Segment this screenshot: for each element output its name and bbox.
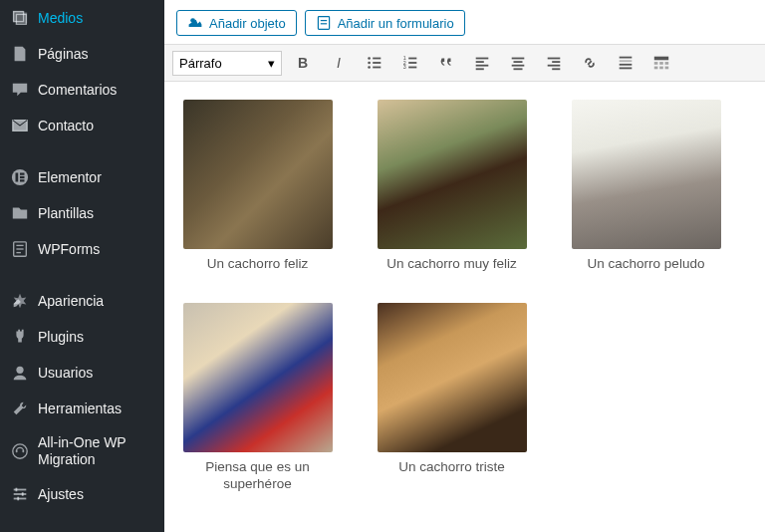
gallery-thumbnail xyxy=(378,100,527,249)
templates-icon xyxy=(10,203,30,223)
settings-icon xyxy=(10,484,30,504)
svg-rect-51 xyxy=(620,68,633,70)
align-right-button[interactable] xyxy=(539,49,569,77)
align-center-button[interactable] xyxy=(503,49,533,77)
gallery-caption: Piensa que es un superhéroe xyxy=(180,458,335,493)
svg-rect-7 xyxy=(20,179,25,181)
image-gallery: Un cachorro feliz Un cachorro muy feliz … xyxy=(180,100,749,493)
gallery-thumbnail xyxy=(183,100,333,249)
media-add-icon xyxy=(187,15,203,31)
svg-point-26 xyxy=(368,62,371,65)
sidebar-item-label: Páginas xyxy=(38,46,89,62)
wpforms-icon xyxy=(10,239,30,259)
sidebar-item-media[interactable]: Medios xyxy=(0,0,164,36)
sidebar-item-label: Plantillas xyxy=(38,205,94,221)
gallery-item[interactable]: Un cachorro triste xyxy=(375,303,529,493)
svg-rect-17 xyxy=(16,487,18,491)
insert-more-button[interactable] xyxy=(611,49,640,77)
svg-point-28 xyxy=(368,66,371,69)
svg-rect-43 xyxy=(514,68,523,70)
svg-rect-44 xyxy=(548,58,561,60)
sidebar-item-label: Elementor xyxy=(38,169,102,185)
sidebar-item-plugins[interactable]: Plugins xyxy=(0,319,164,355)
svg-rect-56 xyxy=(654,67,658,70)
format-dropdown[interactable]: Párrafo ▾ xyxy=(172,51,282,76)
link-button[interactable] xyxy=(575,49,605,77)
svg-rect-19 xyxy=(17,496,19,500)
bold-button[interactable]: B xyxy=(288,49,318,77)
form-add-icon xyxy=(316,15,332,31)
sidebar-item-pages[interactable]: Páginas xyxy=(0,36,164,72)
svg-rect-18 xyxy=(22,492,24,496)
media-icon xyxy=(10,8,30,28)
svg-rect-15 xyxy=(14,493,27,495)
svg-rect-57 xyxy=(659,67,663,70)
gallery-caption: Un cachorro triste xyxy=(375,458,529,476)
sidebar-item-label: Apariencia xyxy=(38,293,104,309)
gallery-item[interactable]: Un cachorro feliz xyxy=(180,100,335,273)
svg-rect-42 xyxy=(512,65,525,67)
comments-icon xyxy=(10,80,30,100)
add-media-button[interactable]: Añadir objeto xyxy=(176,10,297,36)
numbered-list-button[interactable]: 123 xyxy=(395,49,425,77)
svg-rect-16 xyxy=(14,497,27,499)
svg-rect-41 xyxy=(514,61,523,63)
migration-icon xyxy=(10,441,30,461)
sidebar-item-templates[interactable]: Plantillas xyxy=(0,195,164,231)
svg-rect-49 xyxy=(620,60,633,62)
svg-rect-58 xyxy=(665,67,669,70)
sidebar-item-label: Contacto xyxy=(38,118,94,133)
elementor-icon xyxy=(10,167,30,187)
gallery-caption: Un cachorro peludo xyxy=(569,255,723,273)
users-icon xyxy=(10,363,30,383)
sidebar-item-users[interactable]: Usuarios xyxy=(0,355,164,391)
gallery-thumbnail xyxy=(572,100,721,249)
svg-rect-4 xyxy=(16,173,19,182)
svg-rect-25 xyxy=(373,58,381,60)
appearance-icon xyxy=(10,291,30,311)
content-editor[interactable]: Un cachorro feliz Un cachorro muy feliz … xyxy=(164,82,765,511)
sidebar-item-contact[interactable]: Contacto xyxy=(0,108,164,143)
svg-rect-54 xyxy=(659,62,663,65)
blockquote-button[interactable] xyxy=(431,49,461,77)
sidebar-item-settings[interactable]: Ajustes xyxy=(0,476,164,512)
sidebar-item-elementor[interactable]: Elementor xyxy=(0,159,164,195)
sidebar-item-label: Herramientas xyxy=(38,400,122,416)
svg-rect-52 xyxy=(654,57,668,61)
gallery-item[interactable]: Piensa que es un superhéroe xyxy=(180,303,335,493)
sidebar-item-migration[interactable]: All-in-One WP Migration xyxy=(0,426,164,476)
add-form-button[interactable]: Añadir un formulario xyxy=(305,10,465,36)
sidebar-item-appearance[interactable]: Apariencia xyxy=(0,283,164,319)
bullet-list-button[interactable] xyxy=(360,49,389,77)
sidebar-item-wpforms[interactable]: WPForms xyxy=(0,231,164,267)
svg-point-12 xyxy=(16,367,23,374)
svg-rect-47 xyxy=(552,68,560,70)
sidebar-item-label: Plugins xyxy=(38,329,84,345)
gallery-item[interactable]: Un cachorro peludo xyxy=(569,100,723,273)
chevron-down-icon: ▾ xyxy=(268,56,275,71)
toolbar-toggle-button[interactable] xyxy=(646,49,676,77)
svg-rect-29 xyxy=(373,67,381,69)
svg-rect-21 xyxy=(318,17,329,30)
svg-rect-45 xyxy=(552,61,560,63)
sidebar-item-label: Medios xyxy=(38,10,83,26)
italic-button[interactable]: I xyxy=(324,49,354,77)
format-toolbar: Párrafo ▾ B I 123 xyxy=(164,44,765,82)
sidebar-item-label: Comentarios xyxy=(38,82,117,98)
svg-rect-40 xyxy=(512,58,525,60)
svg-rect-36 xyxy=(476,58,489,60)
admin-sidebar: Medios Páginas Comentarios Contacto Elem… xyxy=(0,0,164,532)
svg-rect-55 xyxy=(665,62,669,65)
svg-rect-46 xyxy=(548,65,561,67)
sidebar-item-label: WPForms xyxy=(38,241,100,257)
sidebar-item-tools[interactable]: Herramientas xyxy=(0,391,164,426)
svg-rect-31 xyxy=(408,58,416,60)
gallery-caption: Un cachorro muy feliz xyxy=(375,255,529,273)
sidebar-item-comments[interactable]: Comentarios xyxy=(0,72,164,108)
svg-rect-35 xyxy=(408,67,416,69)
gallery-thumbnail xyxy=(378,303,527,452)
align-left-button[interactable] xyxy=(467,49,497,77)
svg-rect-38 xyxy=(476,65,489,67)
svg-rect-6 xyxy=(20,176,25,178)
gallery-item[interactable]: Un cachorro muy feliz xyxy=(375,100,529,273)
